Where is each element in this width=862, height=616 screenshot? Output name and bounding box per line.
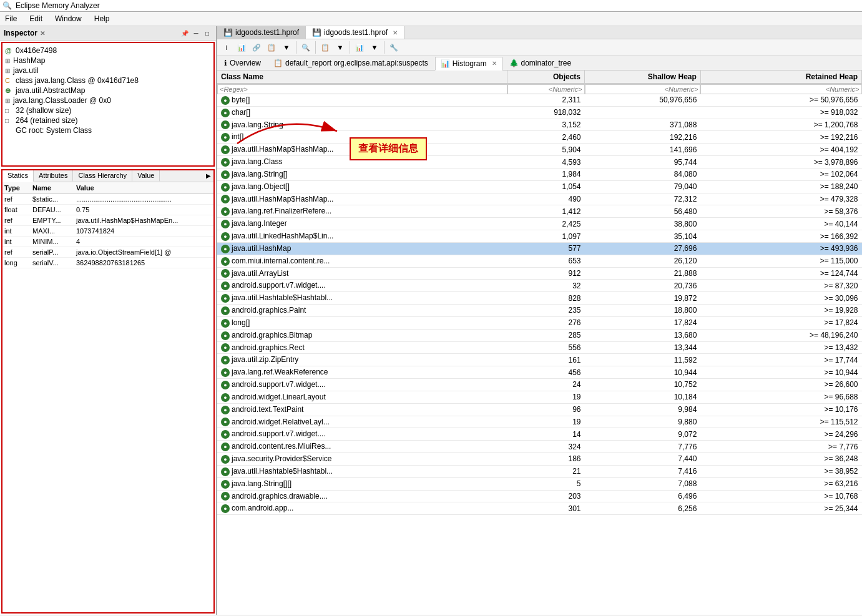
- tree-item-class[interactable]: C class java.lang.Class @ 0x416d71e8: [5, 76, 211, 86]
- table-row[interactable]: ●java.util.Hashtable$Hashtabl...217,416>…: [217, 465, 862, 477]
- toolbar-dropdown1-button[interactable]: ▼: [280, 41, 293, 54]
- table-row[interactable]: ●int[]2,460192,216>= 192,216: [217, 131, 862, 144]
- table-row[interactable]: ●android.widget.LinearLayout1910,184>= 9…: [217, 391, 862, 403]
- table-row[interactable]: ●java.lang.Class4,59395,744>= 3,978,896: [217, 156, 862, 169]
- table-row[interactable]: ●java.security.Provider$Service1867,440>…: [217, 453, 862, 466]
- tree-item-java-util[interactable]: ⊞ java.util: [5, 66, 211, 76]
- inspector-pin-button[interactable]: 📌: [180, 28, 190, 38]
- tab-suspects[interactable]: 📋 default_report org.eclipse.mat.api:sus…: [268, 56, 434, 70]
- class-dot-icon: ●: [221, 195, 230, 203]
- filter-class[interactable]: [217, 84, 507, 94]
- table-row[interactable]: ●android.graphics.Bitmap28513,680>= 48,1…: [217, 329, 862, 341]
- tab-overview[interactable]: ℹ Overview: [218, 56, 267, 70]
- table-row[interactable]: ●android.support.v7.widget....3220,736>=…: [217, 280, 862, 292]
- table-row[interactable]: ●java.lang.String[]1,98484,080>= 102,064: [217, 168, 862, 180]
- table-row[interactable]: ●java.util.zip.ZipEntry16111,592>= 17,74…: [217, 354, 862, 366]
- tree-item-address[interactable]: @ 0x416e7498: [5, 46, 211, 56]
- table-row[interactable]: ●byte[]2,31150,976,656>= 50,976,656: [217, 94, 862, 106]
- table-row[interactable]: ●com.android.app...3016,256>= 25,344: [217, 502, 862, 515]
- table-row[interactable]: ●java.lang.ref.FinalizerRefere...1,41256…: [217, 205, 862, 218]
- table-row[interactable]: ●java.lang.ref.WeakReference45610,944>= …: [217, 366, 862, 379]
- statics-row[interactable]: long serialV... 362498820763181265: [2, 258, 213, 268]
- toolbar-dropdown2-button[interactable]: ▼: [333, 41, 347, 54]
- tab-dominator[interactable]: 🌲 dominator_tree: [504, 56, 577, 70]
- table-row[interactable]: ●java.util.HashMap$HashMap...49072,312>=…: [217, 193, 862, 205]
- col-header-class[interactable]: Class Name: [217, 71, 507, 84]
- table-row[interactable]: ●java.lang.String3,152371,088>= 1,200,76…: [217, 119, 862, 131]
- table-row[interactable]: ●java.lang.String[][]57,088>= 63,216: [217, 477, 862, 490]
- cell-retained: >= 102,064: [700, 168, 861, 180]
- statics-row[interactable]: ref $static... .........................…: [2, 194, 213, 205]
- statics-cell-type: ref: [2, 216, 31, 225]
- table-row[interactable]: ●java.util.LinkedHashMap$Lin...1,09735,1…: [217, 230, 862, 243]
- menu-help[interactable]: Help: [92, 13, 112, 24]
- statics-row[interactable]: int MINIM... 4: [2, 237, 213, 247]
- cell-objects: 235: [507, 305, 585, 317]
- menu-window[interactable]: Window: [52, 13, 84, 24]
- toolbar-search-button[interactable]: 🔍: [299, 41, 313, 54]
- tree-item-hashmap[interactable]: ⊞ HashMap: [5, 56, 211, 66]
- tree-item-retained[interactable]: □ 264 (retained size): [5, 115, 211, 125]
- table-row[interactable]: ●android.widget.RelativeLayl...199,880>=…: [217, 416, 862, 428]
- tab-close-icon[interactable]: ✕: [393, 29, 398, 36]
- statics-row[interactable]: ref serialP... java.io.ObjectStreamField…: [2, 247, 213, 258]
- statics-row[interactable]: int MAXI... 1073741824: [2, 226, 213, 237]
- toolbar-histogram-button[interactable]: 📊: [235, 41, 248, 54]
- editor-tab-1[interactable]: 💾 idgoods.test1.hprof ✕: [306, 26, 404, 39]
- menu-edit[interactable]: Edit: [27, 13, 45, 24]
- table-row[interactable]: ●java.lang.Object[]1,05479,040>= 188,240: [217, 180, 862, 193]
- tree-item-abstract-map[interactable]: ⊕ java.util.AbstractMap: [5, 86, 211, 95]
- filter-retained[interactable]: [700, 84, 861, 94]
- statics-row[interactable]: float DEFAU... 0.75: [2, 205, 213, 215]
- table-row[interactable]: ●android.graphics.Paint23518,800>= 19,92…: [217, 305, 862, 317]
- col-header-shallow[interactable]: Shallow Heap: [585, 71, 701, 84]
- cell-objects: 276: [507, 316, 585, 329]
- table-row[interactable]: ●android.graphics.drawable....2036,496>=…: [217, 490, 862, 502]
- tab-value[interactable]: Value: [132, 170, 160, 182]
- cell-retained: >= 87,320: [700, 280, 861, 292]
- table-row[interactable]: ●android.support.v7.widget....149,072>= …: [217, 428, 862, 441]
- table-row[interactable]: ●android.text.TextPaint969,984>= 10,176: [217, 403, 862, 416]
- table-row[interactable]: ●java.lang.Integer2,42538,800>= 40,144: [217, 218, 862, 230]
- tree-item-shallow[interactable]: □ 32 (shallow size): [5, 105, 211, 115]
- toolbar-list-button[interactable]: 📋: [318, 41, 332, 54]
- content-tabs: ℹ Overview 📋 default_report org.eclipse.…: [217, 56, 862, 71]
- statics-cell-name: MAXI...: [31, 227, 74, 235]
- histogram-tab-close[interactable]: ✕: [492, 60, 497, 67]
- toolbar-chart-button[interactable]: 📊: [353, 41, 366, 54]
- filter-shallow[interactable]: [585, 84, 701, 94]
- cell-shallow: 95,744: [585, 156, 701, 169]
- toolbar-settings-button[interactable]: 🔧: [387, 41, 401, 54]
- filter-objects[interactable]: [507, 84, 585, 94]
- tab-histogram[interactable]: 📊 Histogram ✕: [435, 57, 502, 71]
- toolbar-link-button[interactable]: 🔗: [250, 41, 263, 54]
- table-row[interactable]: ●char[]918,032>= 918,032: [217, 106, 862, 119]
- table-row[interactable]: ●java.util.HashMap$HashMap...5,904141,69…: [217, 144, 862, 156]
- statics-action-button[interactable]: ▶: [203, 170, 213, 180]
- inspector-maximize-button[interactable]: □: [202, 28, 212, 38]
- col-header-objects[interactable]: Objects: [507, 71, 585, 84]
- tab-class-hierarchy[interactable]: Class Hierarchy: [73, 170, 132, 182]
- table-row[interactable]: ●java.util.Hashtable$Hashtabl...82819,87…: [217, 292, 862, 305]
- tree-item-gc-root[interactable]: GC root: System Class: [5, 125, 211, 135]
- table-row[interactable]: ●long[]27617,824>= 17,824: [217, 316, 862, 329]
- tab-attributes[interactable]: Attributes: [34, 170, 73, 182]
- toolbar-report-button[interactable]: 📋: [265, 41, 278, 54]
- class-dot-icon: ●: [221, 393, 230, 402]
- col-header-retained[interactable]: Retained Heap: [700, 71, 861, 84]
- cell-shallow: 7,088: [585, 477, 701, 490]
- table-row[interactable]: ●android.support.v7.widget....2410,752>=…: [217, 379, 862, 391]
- table-row[interactable]: ●android.graphics.Rect55613,344>= 13,432: [217, 341, 862, 354]
- toolbar-dropdown3-button[interactable]: ▼: [368, 41, 381, 54]
- menu-file[interactable]: File: [2, 13, 19, 24]
- statics-row[interactable]: ref EMPTY... java.util.HashMap$HashMapEn…: [2, 215, 213, 226]
- table-row[interactable]: ●android.content.res.MiuiRes...3247,776>…: [217, 441, 862, 453]
- inspector-minimize-button[interactable]: ─: [191, 28, 201, 38]
- tab-statics[interactable]: Statics: [2, 170, 34, 182]
- toolbar-info-button[interactable]: i: [220, 41, 233, 54]
- table-row[interactable]: ●java.util.HashMap57727,696>= 493,936: [217, 242, 862, 255]
- editor-tab-0[interactable]: 💾 idgoods.test1.hprof: [217, 26, 306, 39]
- table-row[interactable]: ●java.util.ArrayList91221,888>= 124,744: [217, 267, 862, 280]
- table-row[interactable]: ●com.miui.internal.content.re...65326,12…: [217, 255, 862, 267]
- tree-item-classloader[interactable]: ⊞ java.lang.ClassLoader @ 0x0: [5, 95, 211, 105]
